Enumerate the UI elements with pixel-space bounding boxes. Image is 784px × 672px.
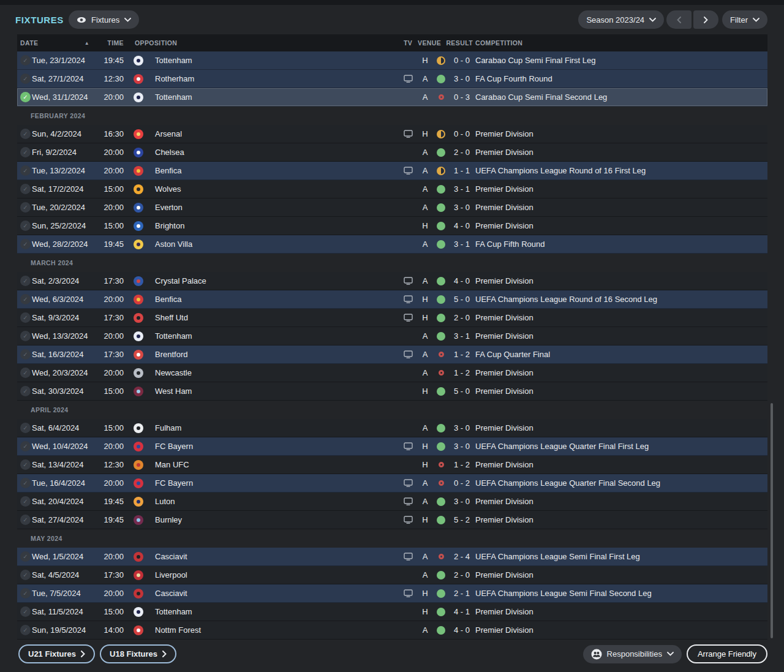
venue-indicator: A <box>418 368 432 377</box>
competition-name: Premier Division <box>474 184 767 194</box>
tv-icon <box>398 516 418 524</box>
opposition-name: Liverpool <box>153 570 398 580</box>
team-badge-icon <box>134 295 143 304</box>
fixture-time: 15:00 <box>96 221 124 230</box>
competition-name: UEFA Champions League Semi Final First L… <box>474 552 767 561</box>
fixture-row[interactable]: ✓Sat, 16/3/202417:30BrentfordA1 - 2FA Cu… <box>17 345 767 364</box>
fixture-row[interactable]: ✓Wed, 20/3/202420:00NewcastleA1 - 2Premi… <box>17 364 767 382</box>
responsibilities-dropdown[interactable]: Responsibilities <box>583 645 682 663</box>
score: 3 - 0 <box>450 423 474 432</box>
filter-dropdown-label: Filter <box>730 15 748 25</box>
played-check-icon: ✓ <box>20 570 31 580</box>
win-result-icon <box>437 424 445 432</box>
opposition-name: Tottenham <box>153 331 398 341</box>
team-badge-icon <box>134 552 143 562</box>
fixture-row[interactable]: ✓Tue, 20/2/202420:00EvertonA3 - 0Premier… <box>17 198 767 217</box>
played-check-icon: ✓ <box>20 165 31 176</box>
column-header-tv[interactable]: TV <box>398 39 418 47</box>
fixture-time: 19:45 <box>96 497 124 506</box>
fixture-date: Tue, 7/5/2024 <box>32 589 96 598</box>
fixtures-screen: FIXTURES Fixtures Season 2023/24 <box>0 0 784 672</box>
filter-dropdown[interactable]: Filter <box>722 10 767 29</box>
responsibilities-label: Responsibilities <box>607 649 662 659</box>
competition-name: FA Cup Quarter Final <box>474 350 767 359</box>
competition-name: Premier Division <box>474 368 767 377</box>
draw-result-icon <box>437 56 445 65</box>
opposition-name: Brentford <box>153 350 398 359</box>
fixture-row[interactable]: ✓Sat, 27/4/202419:45BurnleyH5 - 2Premier… <box>17 511 767 529</box>
month-section-header: MAY 2024 <box>17 529 767 548</box>
opposition-name: Wolves <box>153 184 398 194</box>
venue-indicator: A <box>418 203 432 212</box>
score: 2 - 1 <box>450 589 474 598</box>
fixture-row[interactable]: ✓Sat, 27/1/202412:30RotherhamA3 - 0FA Cu… <box>17 70 767 88</box>
u18-fixtures-button[interactable]: U18 Fixtures <box>100 644 176 663</box>
score: 0 - 2 <box>450 478 474 488</box>
fixture-date: Sun, 19/5/2024 <box>32 625 96 635</box>
opposition-name: Tottenham <box>153 56 398 65</box>
fixture-row[interactable]: ✓Sun, 25/2/202415:00BrightonH4 - 0Premie… <box>17 217 767 235</box>
column-header-competition[interactable]: COMPETITION <box>474 39 767 47</box>
fixture-row[interactable]: ✓Wed, 10/4/202420:00FC BayernH3 - 0UEFA … <box>17 437 767 456</box>
fixture-row[interactable]: ✓Tue, 13/2/202420:00BenficaA1 - 1UEFA Ch… <box>17 162 767 180</box>
opposition-name: Man UFC <box>153 460 398 469</box>
fixture-row[interactable]: ✓Wed, 13/3/202420:00TottenhamA3 - 1Premi… <box>17 327 767 345</box>
fixture-row[interactable]: ✓Wed, 31/1/202420:00TottenhamA0 - 3Carab… <box>17 88 767 107</box>
score: 3 - 0 <box>450 203 474 212</box>
score: 0 - 0 <box>450 129 474 138</box>
column-header-time[interactable]: TIME <box>96 39 124 47</box>
fixture-row[interactable]: ✓Sat, 17/2/202415:00WolvesA3 - 1Premier … <box>17 180 767 198</box>
fixture-row[interactable]: ✓Fri, 9/2/202420:00ChelseaA2 - 0Premier … <box>17 143 767 162</box>
team-badge-icon <box>134 625 143 635</box>
fixture-row[interactable]: ✓Sat, 20/4/202419:45LutonA3 - 0Premier D… <box>17 493 767 511</box>
view-dropdown[interactable]: Fixtures <box>69 10 139 29</box>
tv-icon <box>398 589 418 597</box>
win-result-icon <box>437 387 445 396</box>
competition-name: Premier Division <box>474 570 767 580</box>
fixture-row[interactable]: ✓Sat, 6/4/202415:00FulhamA3 - 0Premier D… <box>17 419 767 437</box>
fixture-row[interactable]: ✓Sat, 13/4/202412:30Man UFCH1 - 2Premier… <box>17 456 767 474</box>
column-header-date[interactable]: DATE ▲ <box>17 39 96 47</box>
fixture-row[interactable]: ✓Sat, 9/3/202417:30Sheff UtdH2 - 0Premie… <box>17 309 767 327</box>
played-check-icon: ✓ <box>20 239 31 249</box>
fixture-row[interactable]: ✓Sat, 4/5/202417:30LiverpoolA2 - 0Premie… <box>17 566 767 584</box>
fixture-row[interactable]: ✓Tue, 7/5/202420:00CasciavitH2 - 1UEFA C… <box>17 584 767 603</box>
previous-season-button[interactable] <box>666 10 692 29</box>
venue-indicator: H <box>418 589 432 598</box>
venue-indicator: A <box>418 331 432 341</box>
fixture-row[interactable]: ✓Sun, 19/5/202414:00Nottm ForestA4 - 0Pr… <box>17 621 767 640</box>
u21-fixtures-button[interactable]: U21 Fixtures <box>18 644 95 663</box>
fixture-row[interactable]: ✓Wed, 6/3/202420:00BenficaH5 - 0UEFA Cha… <box>17 290 767 309</box>
season-dropdown[interactable]: Season 2023/24 <box>578 10 664 29</box>
score: 3 - 0 <box>450 74 474 83</box>
venue-indicator: H <box>418 313 432 322</box>
fixture-row[interactable]: ✓Sun, 4/2/202416:30ArsenalH0 - 0Premier … <box>17 125 767 143</box>
fixture-row[interactable]: ✓Wed, 1/5/202420:00CasciavitA2 - 4UEFA C… <box>17 548 767 566</box>
fixture-row[interactable]: ✓Tue, 16/4/202420:00FC BayernA0 - 2UEFA … <box>17 474 767 493</box>
win-result-icon <box>437 148 445 157</box>
team-badge-icon <box>134 423 143 433</box>
score: 2 - 0 <box>450 570 474 580</box>
fixture-time: 12:30 <box>96 74 124 83</box>
fixture-row[interactable]: ✓Sat, 2/3/202417:30Crystal PalaceA4 - 0P… <box>17 272 767 290</box>
fixture-row[interactable]: ✓Tue, 23/1/202419:45TottenhamH0 - 0Carab… <box>17 51 767 70</box>
scrollbar-thumb[interactable] <box>771 403 773 638</box>
fixture-row[interactable]: ✓Wed, 28/2/202419:45Aston VillaA3 - 1FA … <box>17 235 767 254</box>
arrange-friendly-button[interactable]: Arrange Friendly <box>687 644 767 663</box>
month-section-header: FEBRUARY 2024 <box>17 107 767 125</box>
win-result-icon <box>437 589 445 598</box>
venue-indicator: H <box>418 442 432 451</box>
column-header-result[interactable]: RESULT <box>432 39 474 47</box>
team-badge-icon <box>134 74 143 84</box>
competition-name: Premier Division <box>474 607 767 616</box>
column-header-opposition[interactable]: OPPOSITION <box>124 39 398 47</box>
column-header-venue[interactable]: VENUE <box>418 39 432 47</box>
score: 0 - 3 <box>450 92 474 102</box>
win-result-icon <box>437 240 445 249</box>
win-result-icon <box>437 203 445 212</box>
fixture-time: 20:00 <box>96 203 124 212</box>
win-result-icon <box>437 571 445 580</box>
next-season-button[interactable] <box>693 10 718 29</box>
fixture-row[interactable]: ✓Sat, 30/3/202415:00West HamH5 - 0Premie… <box>17 382 767 401</box>
fixture-row[interactable]: ✓Sat, 11/5/202415:00TottenhamH4 - 1Premi… <box>17 603 767 621</box>
